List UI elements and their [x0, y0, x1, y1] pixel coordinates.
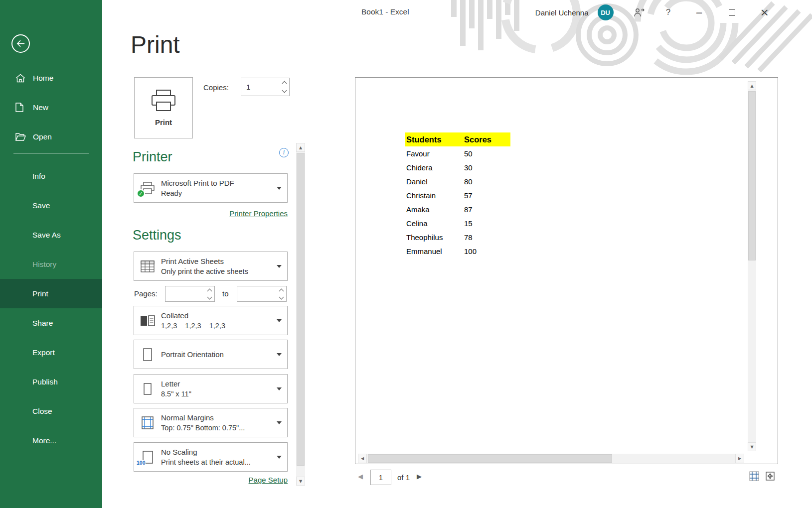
sidebar-item-open[interactable]: Open	[0, 122, 102, 151]
sidebar-item-label: Close	[32, 407, 52, 416]
sidebar-item-label: Home	[33, 74, 53, 83]
open-folder-icon	[15, 132, 33, 141]
spin-up-icon[interactable]	[277, 286, 286, 294]
current-page-input[interactable]	[370, 470, 391, 485]
printer-select[interactable]: ✓ Microsoft Print to PDF Ready	[134, 173, 288, 203]
chevron-down-icon	[277, 353, 282, 356]
scroll-right-icon[interactable]: ▶	[735, 454, 744, 463]
avatar[interactable]: DU	[598, 4, 614, 20]
window-title: Book1 - Excel	[361, 7, 409, 16]
pages-to-word: to	[222, 289, 229, 298]
orientation-select[interactable]: Portrait Orientation	[134, 340, 288, 369]
cell-score: 87	[464, 205, 510, 214]
info-icon[interactable]: i	[279, 148, 289, 157]
print-what-select[interactable]: Print Active Sheets Only print the activ…	[134, 252, 288, 281]
sidebar-item-export[interactable]: Export	[0, 338, 102, 367]
chevron-down-icon	[277, 265, 282, 268]
table-row: Emmanuel 100	[405, 244, 510, 258]
backstage-sidebar: Home New Open Info Save Save As History …	[0, 0, 102, 508]
preview-horizontal-scrollbar[interactable]: ◀ ▶	[358, 454, 744, 463]
scrollbar-thumb[interactable]	[297, 153, 305, 466]
print-button[interactable]: Print	[134, 77, 193, 138]
sidebar-item-label: Share	[32, 319, 53, 328]
table-row: Celina 15	[405, 216, 510, 230]
cell-score: 100	[464, 247, 510, 255]
sidebar-item-label: Save	[32, 201, 50, 210]
pages-to-input[interactable]	[237, 286, 277, 301]
scroll-left-icon[interactable]: ◀	[358, 454, 367, 463]
spin-up-icon[interactable]	[205, 286, 214, 294]
sidebar-item-save[interactable]: Save	[0, 191, 102, 220]
scroll-down-icon[interactable]: ▼	[748, 442, 756, 451]
scrollbar-thumb[interactable]	[748, 91, 756, 260]
preview-table: Students Scores Favour 50 Chidera 30 Dan…	[405, 132, 510, 258]
cell-score: 78	[464, 233, 510, 242]
column-header-students: Students	[405, 135, 464, 144]
pages-to-stepper	[237, 286, 287, 302]
letter-page-icon	[134, 375, 161, 403]
sidebar-item-home[interactable]: Home	[0, 63, 102, 93]
pages-from-input[interactable]	[165, 286, 205, 301]
paper-size-subtitle: 8.5" x 11"	[161, 390, 274, 398]
maximize-button[interactable]	[728, 9, 736, 16]
sidebar-item-label: Open	[33, 132, 52, 141]
printer-icon	[150, 89, 177, 112]
show-margins-button[interactable]	[748, 470, 761, 483]
scroll-up-icon[interactable]: ▲	[748, 81, 756, 90]
scroll-down-icon[interactable]: ▼	[296, 477, 305, 486]
page-setup-link[interactable]: Page Setup	[134, 476, 288, 484]
maximize-icon	[729, 9, 735, 16]
sidebar-item-info[interactable]: Info	[0, 161, 102, 191]
zoom-to-page-button[interactable]	[764, 470, 777, 483]
pages-from-spin-buttons	[205, 286, 214, 301]
scaling-title: No Scaling	[161, 448, 274, 456]
next-page-icon[interactable]: ▶	[417, 473, 422, 480]
cell-score: 30	[464, 163, 510, 172]
spin-up-icon[interactable]	[280, 78, 289, 87]
sidebar-item-more[interactable]: More...	[0, 426, 102, 455]
sidebar-item-label: More...	[32, 436, 56, 445]
scrollbar-thumb[interactable]	[368, 454, 612, 463]
sidebar-item-label: Export	[32, 348, 55, 357]
home-icon	[15, 74, 33, 83]
sidebar-item-share[interactable]: Share	[0, 308, 102, 338]
new-document-icon	[15, 103, 33, 112]
contact-icon[interactable]	[634, 8, 645, 17]
collated-icon	[134, 306, 161, 335]
sidebar-item-close[interactable]: Close	[0, 396, 102, 426]
chevron-down-icon	[277, 187, 282, 190]
sidebar-item-new[interactable]: New	[0, 93, 102, 122]
help-icon[interactable]: ?	[664, 7, 672, 17]
margins-select[interactable]: Normal Margins Top: 0.75" Bottom: 0.75".…	[134, 408, 288, 437]
sidebar-item-print[interactable]: Print	[0, 279, 102, 308]
scaling-icon: 100	[134, 443, 161, 471]
preview-vertical-scrollbar[interactable]: ▲ ▼	[748, 81, 756, 451]
settings-scrollbar[interactable]: ▲ ▼	[296, 143, 305, 486]
table-row: Christain 57	[405, 188, 510, 202]
copies-input[interactable]	[241, 78, 280, 96]
cell-score: 57	[464, 191, 510, 200]
sidebar-item-save-as[interactable]: Save As	[0, 220, 102, 250]
column-header-scores: Scores	[464, 135, 510, 144]
spin-down-icon[interactable]	[277, 294, 286, 301]
close-button[interactable]: ×	[760, 7, 769, 18]
table-row: Theophilus 78	[405, 230, 510, 244]
titlebar-right-cluster: Daniel Uchenna DU ? − ×	[535, 0, 769, 25]
spin-down-icon[interactable]	[280, 87, 289, 96]
scroll-up-icon[interactable]: ▲	[296, 143, 305, 152]
margins-icon	[134, 408, 161, 437]
scaling-subtitle: Print sheets at their actual...	[161, 458, 274, 466]
printer-properties-link[interactable]: Printer Properties	[134, 209, 288, 218]
paper-size-select[interactable]: Letter 8.5" x 11"	[134, 374, 288, 403]
collation-select[interactable]: Collated 1,2,3 1,2,3 1,2,3	[134, 306, 288, 335]
minimize-button[interactable]: −	[695, 7, 703, 18]
spin-down-icon[interactable]	[205, 294, 214, 301]
margins-subtitle: Top: 0.75" Bottom: 0.75"...	[161, 424, 274, 432]
cell-student: Celina	[405, 219, 464, 228]
sidebar-item-publish[interactable]: Publish	[0, 367, 102, 396]
print-what-subtitle: Only print the active sheets	[161, 267, 274, 275]
chevron-down-icon	[277, 456, 282, 459]
previous-page-icon[interactable]: ◀	[358, 473, 363, 480]
scaling-select[interactable]: 100 No Scaling Print sheets at their act…	[134, 442, 288, 472]
back-button[interactable]	[11, 34, 30, 53]
